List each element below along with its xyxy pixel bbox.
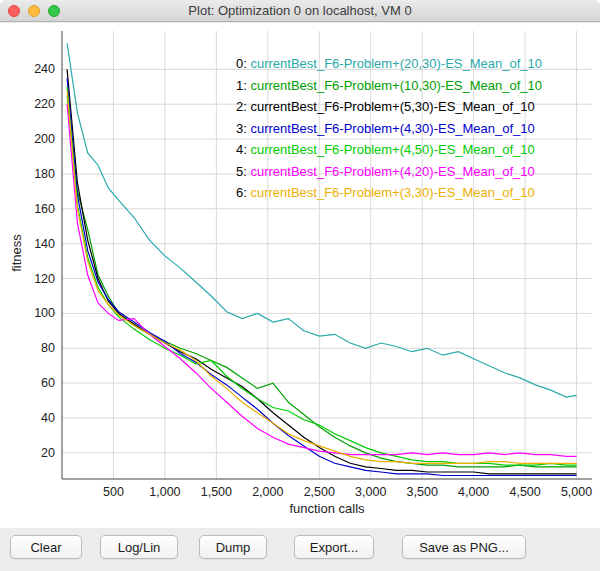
y-tick-label: 240 — [34, 62, 55, 76]
y-tick-label: 180 — [34, 167, 55, 181]
minimize-button[interactable] — [28, 5, 40, 17]
x-axis-label: function calls — [289, 501, 364, 516]
y-tick-label: 120 — [34, 272, 55, 286]
legend-item-label: currentBest_F6-Problem+(5,30)-ES_Mean_of… — [250, 99, 534, 114]
plot-window: Plot: Optimization 0 on localhost, VM 0 … — [0, 0, 600, 571]
clear-button[interactable]: Clear — [10, 535, 82, 559]
x-tick-label: 500 — [103, 485, 124, 499]
y-tick-label: 220 — [34, 97, 55, 111]
x-tick-label: 5,000 — [561, 485, 592, 499]
x-tick-label: 2,000 — [252, 485, 283, 499]
y-tick-label: 40 — [41, 411, 55, 425]
x-tick-label: 4,000 — [458, 485, 489, 499]
save-as-png-button[interactable]: Save as PNG... — [402, 535, 526, 559]
legend-item: 3: currentBest_F6-Problem+(4,30)-ES_Mean… — [236, 118, 542, 140]
legend-item-label: currentBest_F6-Problem+(4,30)-ES_Mean_of… — [250, 121, 534, 136]
legend-item-index: 0: — [236, 56, 250, 71]
legend: 0: currentBest_F6-Problem+(20,30)-ES_Mea… — [236, 53, 542, 204]
y-tick-label: 80 — [41, 341, 55, 355]
y-tick-label: 60 — [41, 376, 55, 390]
window-title: Plot: Optimization 0 on localhost, VM 0 — [188, 3, 411, 18]
legend-item-label: currentBest_F6-Problem+(10,30)-ES_Mean_o… — [250, 78, 542, 93]
plot-panel: 5001,0001,5002,0002,5003,0003,5004,0004,… — [0, 23, 600, 528]
dump-button[interactable]: Dump — [199, 535, 267, 559]
legend-item: 1: currentBest_F6-Problem+(10,30)-ES_Mea… — [236, 75, 542, 97]
traffic-lights — [8, 5, 60, 17]
y-tick-label: 100 — [34, 306, 55, 320]
legend-item-index: 4: — [236, 142, 250, 157]
x-tick-label: 2,500 — [304, 485, 335, 499]
x-tick-label: 3,000 — [355, 485, 386, 499]
legend-item-index: 3: — [236, 121, 250, 136]
legend-item-index: 5: — [236, 164, 250, 179]
y-axis-label: fitness — [9, 234, 24, 272]
x-tick-label: 1,500 — [201, 485, 232, 499]
x-tick-label: 4,500 — [509, 485, 540, 499]
legend-item-label: currentBest_F6-Problem+(4,20)-ES_Mean_of… — [250, 164, 534, 179]
close-button[interactable] — [8, 5, 20, 17]
log-lin-button[interactable]: Log/Lin — [100, 535, 178, 559]
legend-item: 5: currentBest_F6-Problem+(4,20)-ES_Mean… — [236, 161, 542, 183]
y-tick-label: 20 — [41, 446, 55, 460]
legend-item: 0: currentBest_F6-Problem+(20,30)-ES_Mea… — [236, 53, 542, 75]
x-tick-label: 3,500 — [407, 485, 438, 499]
button-bar: Clear Log/Lin Dump Export... Save as PNG… — [0, 528, 600, 571]
legend-item-label: currentBest_F6-Problem+(20,30)-ES_Mean_o… — [250, 56, 542, 71]
legend-item: 6: currentBest_F6-Problem+(3,30)-ES_Mean… — [236, 182, 542, 204]
titlebar: Plot: Optimization 0 on localhost, VM 0 — [0, 0, 600, 22]
legend-item-index: 2: — [236, 99, 250, 114]
y-tick-label: 140 — [34, 237, 55, 251]
legend-item: 4: currentBest_F6-Problem+(4,50)-ES_Mean… — [236, 139, 542, 161]
y-tick-label: 200 — [34, 132, 55, 146]
y-tick-label: 160 — [34, 202, 55, 216]
legend-item-index: 1: — [236, 78, 250, 93]
legend-item-label: currentBest_F6-Problem+(4,50)-ES_Mean_of… — [250, 142, 534, 157]
legend-item-index: 6: — [236, 185, 250, 200]
zoom-button[interactable] — [48, 5, 60, 17]
x-tick-label: 1,000 — [149, 485, 180, 499]
legend-item: 2: currentBest_F6-Problem+(5,30)-ES_Mean… — [236, 96, 542, 118]
legend-item-label: currentBest_F6-Problem+(3,30)-ES_Mean_of… — [250, 185, 534, 200]
export-button[interactable]: Export... — [294, 535, 374, 559]
